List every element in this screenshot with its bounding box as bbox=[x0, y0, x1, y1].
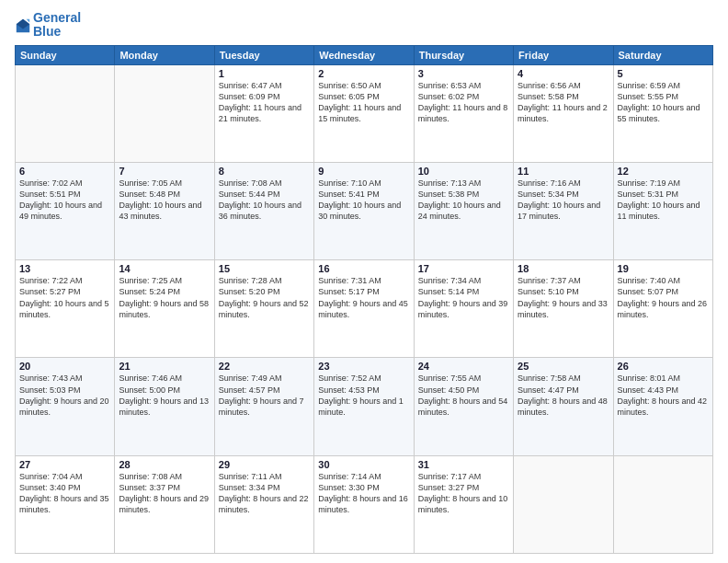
calendar-cell: 4Sunrise: 6:56 AM Sunset: 5:58 PM Daylig… bbox=[514, 64, 613, 162]
cell-info: Sunrise: 7:05 AM Sunset: 5:48 PM Dayligh… bbox=[119, 178, 210, 223]
calendar-cell: 21Sunrise: 7:46 AM Sunset: 5:00 PM Dayli… bbox=[115, 358, 214, 455]
calendar-week-1: 1Sunrise: 6:47 AM Sunset: 6:09 PM Daylig… bbox=[16, 64, 713, 162]
cell-info: Sunrise: 7:25 AM Sunset: 5:24 PM Dayligh… bbox=[119, 275, 210, 320]
cell-info: Sunrise: 7:34 AM Sunset: 5:14 PM Dayligh… bbox=[418, 275, 509, 320]
calendar-cell: 18Sunrise: 7:37 AM Sunset: 5:10 PM Dayli… bbox=[514, 260, 613, 358]
calendar-cell: 17Sunrise: 7:34 AM Sunset: 5:14 PM Dayli… bbox=[414, 260, 513, 358]
cell-info: Sunrise: 7:31 AM Sunset: 5:17 PM Dayligh… bbox=[318, 275, 409, 320]
calendar-cell: 5Sunrise: 6:59 AM Sunset: 5:55 PM Daylig… bbox=[613, 64, 712, 162]
calendar-cell: 30Sunrise: 7:14 AM Sunset: 3:30 PM Dayli… bbox=[314, 455, 414, 553]
day-header-friday: Friday bbox=[514, 45, 613, 64]
day-number: 18 bbox=[518, 263, 609, 274]
calendar-cell bbox=[613, 455, 712, 553]
cell-info: Sunrise: 7:13 AM Sunset: 5:38 PM Dayligh… bbox=[418, 178, 509, 223]
day-number: 13 bbox=[19, 263, 110, 274]
calendar-cell bbox=[514, 455, 613, 553]
day-number: 27 bbox=[19, 459, 110, 470]
day-number: 4 bbox=[518, 68, 609, 79]
cell-info: Sunrise: 7:28 AM Sunset: 5:20 PM Dayligh… bbox=[219, 275, 310, 320]
calendar-cell: 22Sunrise: 7:49 AM Sunset: 4:57 PM Dayli… bbox=[214, 358, 313, 455]
calendar-cell: 9Sunrise: 7:10 AM Sunset: 5:41 PM Daylig… bbox=[314, 163, 414, 260]
day-header-thursday: Thursday bbox=[414, 45, 513, 64]
logo-icon bbox=[15, 17, 31, 34]
day-number: 7 bbox=[119, 166, 210, 177]
cell-info: Sunrise: 7:46 AM Sunset: 5:00 PM Dayligh… bbox=[119, 373, 210, 418]
cell-info: Sunrise: 7:40 AM Sunset: 5:07 PM Dayligh… bbox=[618, 275, 709, 320]
header: General Blue bbox=[15, 11, 713, 40]
cell-info: Sunrise: 7:10 AM Sunset: 5:41 PM Dayligh… bbox=[318, 178, 409, 223]
calendar-cell: 27Sunrise: 7:04 AM Sunset: 3:40 PM Dayli… bbox=[16, 455, 115, 553]
day-number: 23 bbox=[318, 361, 409, 372]
logo: General Blue bbox=[15, 11, 81, 40]
day-number: 9 bbox=[318, 166, 409, 177]
cell-info: Sunrise: 7:17 AM Sunset: 3:27 PM Dayligh… bbox=[418, 471, 509, 516]
cell-info: Sunrise: 6:53 AM Sunset: 6:02 PM Dayligh… bbox=[418, 80, 509, 125]
calendar-cell: 28Sunrise: 7:08 AM Sunset: 3:37 PM Dayli… bbox=[115, 455, 214, 553]
cell-info: Sunrise: 7:49 AM Sunset: 4:57 PM Dayligh… bbox=[219, 373, 310, 418]
calendar-cell: 11Sunrise: 7:16 AM Sunset: 5:34 PM Dayli… bbox=[514, 163, 613, 260]
calendar-cell: 24Sunrise: 7:55 AM Sunset: 4:50 PM Dayli… bbox=[414, 358, 513, 455]
cell-info: Sunrise: 6:56 AM Sunset: 5:58 PM Dayligh… bbox=[518, 80, 609, 125]
day-header-monday: Monday bbox=[115, 45, 214, 64]
calendar-cell bbox=[115, 64, 214, 162]
calendar-cell: 20Sunrise: 7:43 AM Sunset: 5:03 PM Dayli… bbox=[16, 358, 115, 455]
cell-info: Sunrise: 7:08 AM Sunset: 3:37 PM Dayligh… bbox=[119, 471, 210, 516]
calendar-cell: 2Sunrise: 6:50 AM Sunset: 6:05 PM Daylig… bbox=[314, 64, 414, 162]
calendar-cell: 23Sunrise: 7:52 AM Sunset: 4:53 PM Dayli… bbox=[314, 358, 414, 455]
cell-info: Sunrise: 7:19 AM Sunset: 5:31 PM Dayligh… bbox=[618, 178, 709, 223]
day-number: 2 bbox=[318, 68, 409, 79]
day-number: 15 bbox=[219, 263, 310, 274]
day-number: 16 bbox=[318, 263, 409, 274]
day-number: 3 bbox=[418, 68, 509, 79]
calendar-week-4: 20Sunrise: 7:43 AM Sunset: 5:03 PM Dayli… bbox=[16, 358, 713, 455]
day-header-wednesday: Wednesday bbox=[314, 45, 414, 64]
calendar-cell: 31Sunrise: 7:17 AM Sunset: 3:27 PM Dayli… bbox=[414, 455, 513, 553]
calendar-cell: 10Sunrise: 7:13 AM Sunset: 5:38 PM Dayli… bbox=[414, 163, 513, 260]
calendar-table: SundayMondayTuesdayWednesdayThursdayFrid… bbox=[15, 45, 713, 554]
cell-info: Sunrise: 7:04 AM Sunset: 3:40 PM Dayligh… bbox=[19, 471, 110, 516]
day-number: 30 bbox=[318, 459, 409, 470]
calendar-week-3: 13Sunrise: 7:22 AM Sunset: 5:27 PM Dayli… bbox=[16, 260, 713, 358]
day-number: 1 bbox=[219, 68, 310, 79]
day-number: 5 bbox=[618, 68, 709, 79]
cell-info: Sunrise: 6:47 AM Sunset: 6:09 PM Dayligh… bbox=[219, 80, 310, 125]
cell-info: Sunrise: 7:11 AM Sunset: 3:34 PM Dayligh… bbox=[219, 471, 310, 516]
calendar-cell: 3Sunrise: 6:53 AM Sunset: 6:02 PM Daylig… bbox=[414, 64, 513, 162]
cell-info: Sunrise: 8:01 AM Sunset: 4:43 PM Dayligh… bbox=[618, 373, 709, 418]
day-number: 19 bbox=[618, 263, 709, 274]
calendar-cell: 26Sunrise: 8:01 AM Sunset: 4:43 PM Dayli… bbox=[613, 358, 712, 455]
day-header-sunday: Sunday bbox=[16, 45, 115, 64]
day-number: 11 bbox=[518, 166, 609, 177]
calendar-cell: 19Sunrise: 7:40 AM Sunset: 5:07 PM Dayli… bbox=[613, 260, 712, 358]
cell-info: Sunrise: 7:14 AM Sunset: 3:30 PM Dayligh… bbox=[318, 471, 409, 516]
day-number: 31 bbox=[418, 459, 509, 470]
day-number: 24 bbox=[418, 361, 509, 372]
day-number: 14 bbox=[119, 263, 210, 274]
calendar-week-5: 27Sunrise: 7:04 AM Sunset: 3:40 PM Dayli… bbox=[16, 455, 713, 553]
calendar-header-row: SundayMondayTuesdayWednesdayThursdayFrid… bbox=[16, 45, 713, 64]
calendar-cell: 7Sunrise: 7:05 AM Sunset: 5:48 PM Daylig… bbox=[115, 163, 214, 260]
day-number: 10 bbox=[418, 166, 509, 177]
day-number: 20 bbox=[19, 361, 110, 372]
page: General Blue SundayMondayTuesdayWednesda… bbox=[0, 0, 728, 563]
day-number: 6 bbox=[19, 166, 110, 177]
cell-info: Sunrise: 7:22 AM Sunset: 5:27 PM Dayligh… bbox=[19, 275, 110, 320]
cell-info: Sunrise: 6:59 AM Sunset: 5:55 PM Dayligh… bbox=[618, 80, 709, 125]
svg-marker-2 bbox=[27, 19, 30, 23]
day-number: 17 bbox=[418, 263, 509, 274]
cell-info: Sunrise: 7:37 AM Sunset: 5:10 PM Dayligh… bbox=[518, 275, 609, 320]
cell-info: Sunrise: 7:52 AM Sunset: 4:53 PM Dayligh… bbox=[318, 373, 409, 418]
cell-info: Sunrise: 7:43 AM Sunset: 5:03 PM Dayligh… bbox=[19, 373, 110, 418]
calendar-cell: 1Sunrise: 6:47 AM Sunset: 6:09 PM Daylig… bbox=[214, 64, 313, 162]
day-number: 21 bbox=[119, 361, 210, 372]
cell-info: Sunrise: 7:55 AM Sunset: 4:50 PM Dayligh… bbox=[418, 373, 509, 418]
day-number: 8 bbox=[219, 166, 310, 177]
day-number: 29 bbox=[219, 459, 310, 470]
day-number: 25 bbox=[518, 361, 609, 372]
calendar-cell bbox=[16, 64, 115, 162]
day-number: 22 bbox=[219, 361, 310, 372]
cell-info: Sunrise: 7:58 AM Sunset: 4:47 PM Dayligh… bbox=[518, 373, 609, 418]
calendar-cell: 15Sunrise: 7:28 AM Sunset: 5:20 PM Dayli… bbox=[214, 260, 313, 358]
cell-info: Sunrise: 7:02 AM Sunset: 5:51 PM Dayligh… bbox=[19, 178, 110, 223]
day-number: 28 bbox=[119, 459, 210, 470]
